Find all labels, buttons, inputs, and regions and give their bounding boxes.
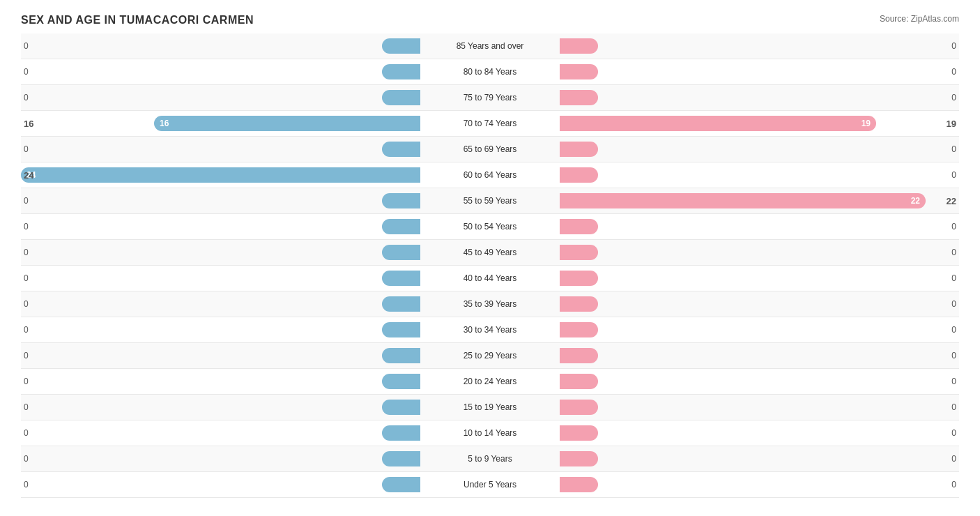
age-label: 10 to 14 Years (420, 428, 560, 438)
female-side: 0 (560, 59, 959, 84)
table-row: 030 to 34 Years0 (21, 317, 959, 343)
male-side: 1616 (21, 111, 420, 136)
age-label: 20 to 24 Years (420, 377, 560, 386)
female-side: 0 (560, 395, 959, 420)
male-value-outside: 0 (24, 41, 29, 51)
male-side: 0 (21, 33, 420, 59)
male-bar-zero (382, 64, 420, 79)
female-value-outside: 0 (951, 480, 956, 490)
female-bar-zero (560, 64, 598, 79)
female-bar-zero (560, 245, 598, 260)
male-value-outside: 0 (24, 351, 29, 361)
age-label: 85 Years and over (420, 41, 560, 51)
female-side: 0 (560, 446, 959, 471)
age-label: 25 to 29 Years (420, 351, 560, 361)
male-bar-zero (382, 271, 420, 286)
female-bar-zero (560, 348, 598, 363)
female-bar-zero (560, 38, 598, 54)
table-row: 035 to 39 Years0 (21, 291, 959, 317)
male-bar-zero (382, 322, 420, 337)
age-label: 70 to 74 Years (420, 119, 560, 128)
age-label: 80 to 84 Years (420, 67, 560, 77)
table-row: 010 to 14 Years0 (21, 420, 959, 446)
male-bar-zero (382, 142, 420, 157)
male-side: 0 (21, 343, 420, 368)
male-bar-zero (382, 296, 420, 312)
table-row: 015 to 19 Years0 (21, 395, 959, 420)
female-value-label: 22 (947, 196, 956, 206)
female-bar-zero (560, 400, 598, 415)
male-value-outside: 0 (24, 248, 29, 257)
male-side: 0 (21, 420, 420, 446)
female-side: 1919 (560, 111, 959, 136)
male-side: 0 (21, 59, 420, 84)
table-row: 085 Years and over0 (21, 33, 959, 59)
female-bar-zero (560, 219, 598, 234)
female-value-outside: 0 (951, 248, 956, 257)
table-row: 050 to 54 Years0 (21, 214, 959, 240)
female-side: 0 (560, 33, 959, 59)
age-label: 45 to 49 Years (420, 248, 560, 257)
table-row: 161670 to 74 Years1919 (21, 111, 959, 137)
table-row: 075 to 79 Years0 (21, 85, 959, 111)
female-side: 0 (560, 317, 959, 342)
female-side: 0 (560, 240, 959, 265)
male-bar-zero (382, 400, 420, 415)
female-value-outside: 0 (951, 144, 956, 154)
female-value-outside: 0 (951, 454, 956, 464)
male-value-outside: 0 (24, 480, 29, 490)
female-value-outside: 0 (951, 273, 956, 283)
male-side: 0 (21, 395, 420, 420)
age-label: 60 to 64 Years (420, 170, 560, 180)
male-bar-zero (382, 219, 420, 234)
male-value-label: 24 (24, 170, 33, 181)
female-side: 0 (560, 162, 959, 188)
female-side: 2222 (560, 188, 959, 213)
male-side: 0 (21, 369, 420, 394)
male-value-outside: 0 (24, 273, 29, 283)
male-bar-zero (382, 90, 420, 105)
male-value-outside: 0 (24, 325, 29, 335)
female-bar: 19 (560, 116, 876, 131)
chart-area: 085 Years and over0080 to 84 Years0075 t… (21, 33, 959, 459)
chart-container: SEX AND AGE IN TUMACACORI CARMEN Source:… (0, 0, 980, 516)
male-value-outside: 0 (24, 299, 29, 309)
male-side: 0 (21, 291, 420, 317)
male-bar-zero (382, 425, 420, 441)
male-value-label: 16 (24, 119, 33, 129)
table-row: 040 to 44 Years0 (21, 266, 959, 291)
female-bar-zero (560, 296, 598, 312)
male-bar-zero (382, 38, 420, 54)
female-bar-zero (560, 322, 598, 337)
male-side: 2424 (21, 162, 420, 188)
male-bar-zero (382, 477, 420, 492)
female-bar-zero (560, 90, 598, 105)
female-value-outside: 0 (951, 93, 956, 103)
age-label: 5 to 9 Years (420, 454, 560, 464)
table-row: 020 to 24 Years0 (21, 369, 959, 395)
female-side: 0 (560, 420, 959, 446)
female-side: 0 (560, 266, 959, 291)
female-bar: 22 (560, 193, 926, 208)
age-label: 65 to 69 Years (420, 144, 560, 154)
female-value-label: 19 (947, 119, 956, 129)
female-bar-zero (560, 271, 598, 286)
male-side: 0 (21, 214, 420, 239)
female-side: 0 (560, 291, 959, 317)
male-value-outside: 0 (24, 454, 29, 464)
female-value-outside: 0 (951, 299, 956, 309)
male-bar: 24 (21, 167, 420, 183)
male-bar: 16 (154, 116, 420, 131)
table-row: 0Under 5 Years0 (21, 472, 959, 498)
female-side: 0 (560, 369, 959, 394)
female-value-outside: 0 (951, 41, 956, 51)
age-label: Under 5 Years (420, 480, 560, 490)
male-side: 0 (21, 137, 420, 162)
male-value-outside: 0 (24, 144, 29, 154)
male-side: 0 (21, 446, 420, 471)
female-value-outside: 0 (951, 67, 956, 77)
table-row: 065 to 69 Years0 (21, 137, 959, 162)
female-value-outside: 0 (951, 222, 956, 232)
male-side: 0 (21, 240, 420, 265)
male-side: 0 (21, 472, 420, 497)
